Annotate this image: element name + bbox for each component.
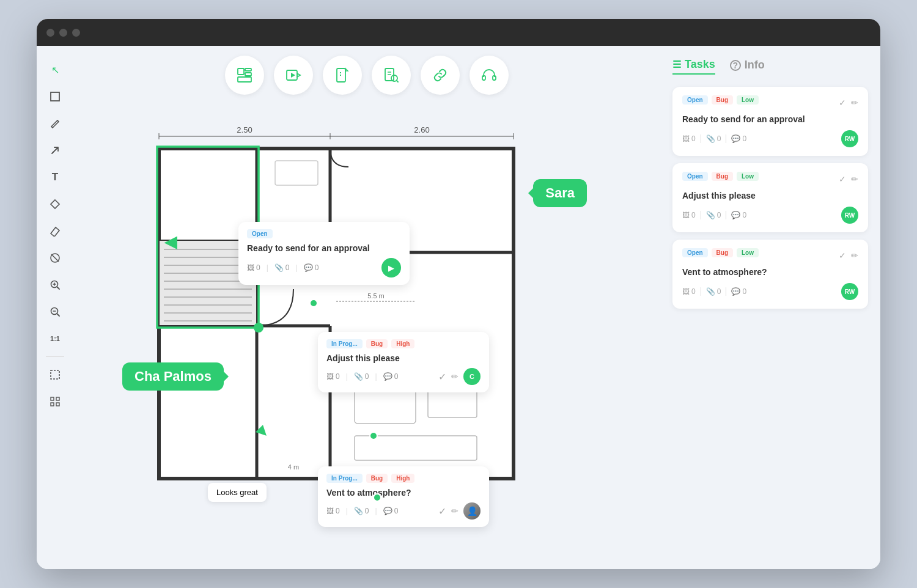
fit-screen-tool[interactable] — [43, 363, 67, 386]
panel-avatar-1: RW — [841, 130, 858, 147]
connector-dot-3 — [373, 493, 381, 502]
arrow-left: ▶ — [164, 234, 177, 254]
panel-tag-bug-1: Bug — [712, 95, 733, 105]
traffic-light-red[interactable] — [46, 29, 54, 37]
panel-check-3[interactable]: ✓ — [839, 251, 846, 260]
panel-task-title-1: Ready to send for an approval — [682, 114, 858, 124]
panel-edit-1[interactable]: ✏ — [851, 98, 858, 108]
svg-point-65 — [254, 323, 263, 333]
video-tool-circle[interactable] — [274, 56, 313, 95]
svg-line-5 — [57, 287, 60, 290]
pencil-tool[interactable] — [43, 112, 67, 135]
hide-tool[interactable] — [43, 246, 67, 270]
panel-tag-low-1: Low — [737, 95, 759, 105]
task-card-1: Open Bug Low ✓ ✏ Ready to send for an ap… — [672, 87, 868, 156]
canvas-viewport: 2.50 2.60 5.5 m 4 m — [73, 100, 660, 569]
search-doc-tool-circle[interactable] — [372, 56, 411, 95]
zoom-in-tool[interactable] — [43, 273, 67, 296]
edit-btn-2[interactable]: ✏ — [451, 372, 458, 381]
tab-tasks[interactable]: ☰ Tasks — [672, 58, 715, 75]
layout-tool-circle[interactable] — [225, 56, 264, 95]
traffic-light-yellow[interactable] — [59, 29, 67, 37]
app-window: ↖ T — [37, 19, 880, 569]
main-area: ↖ T — [37, 46, 880, 569]
arrow-tool[interactable] — [43, 139, 67, 162]
svg-rect-17 — [245, 68, 251, 71]
canvas-task-meta-2: 🖼0 | 📎0 | 💬0 — [326, 372, 398, 381]
rectangle-tool[interactable] — [43, 85, 67, 108]
tab-info[interactable]: ? Info — [730, 59, 765, 74]
canvas-task-meta-3: 🖼0 | 📎0 | 💬0 — [326, 507, 398, 515]
looks-great-bubble: Looks great — [208, 483, 267, 502]
tag-inprog-2: In Prog... — [326, 339, 363, 348]
svg-text:4 m: 4 m — [288, 463, 299, 471]
headphones-tool-circle[interactable] — [470, 56, 509, 95]
panel-avatar-2: RW — [841, 207, 858, 224]
checkmark-btn-3[interactable]: ✓ — [438, 505, 446, 517]
reset-zoom-tool[interactable]: 1:1 — [43, 327, 67, 350]
top-toolbar — [73, 46, 660, 100]
panel-tag-open-3: Open — [682, 248, 708, 257]
svg-marker-1 — [51, 200, 59, 208]
svg-rect-16 — [238, 68, 244, 75]
tag-bug-3: Bug — [366, 474, 388, 483]
info-icon: ? — [730, 60, 741, 71]
svg-text:2.50: 2.50 — [237, 125, 252, 134]
svg-rect-12 — [51, 397, 54, 400]
svg-text:5.5 m: 5.5 m — [367, 292, 385, 300]
canvas-task-card-3: In Prog... Bug High Vent to atmosphere? … — [318, 466, 489, 527]
sara-bubble: Sara — [533, 179, 587, 207]
left-toolbar: ↖ T — [37, 46, 73, 569]
task-card-2: Open Bug Low ✓ ✏ Adjust this please 🖼0 📎… — [672, 163, 868, 232]
svg-line-9 — [57, 314, 60, 317]
tag-bug-2: Bug — [366, 339, 388, 348]
checkmark-btn-2[interactable]: ✓ — [438, 371, 446, 383]
right-panel: ☰ Tasks ? Info Open Bug Low ✓ — [660, 46, 880, 569]
svg-marker-22 — [291, 73, 295, 78]
panel-tag-open-1: Open — [682, 95, 708, 105]
canvas-task-title-2: Adjust this please — [326, 353, 481, 363]
tag-open-1: Open — [247, 229, 273, 238]
card2-actions: ✓ ✏ C — [438, 368, 481, 385]
panel-tag-bug-3: Bug — [712, 248, 733, 257]
task-card-3: Open Bug Low ✓ ✏ Vent to atmosphere? 🖼0 … — [672, 240, 868, 309]
card3-actions: ✓ ✏ 👤 — [438, 502, 481, 520]
panel-task-meta-1: 🖼0 📎0 💬0 — [682, 134, 746, 143]
tag-high-2: High — [391, 339, 414, 348]
text-tool[interactable]: T — [43, 166, 67, 189]
svg-rect-19 — [238, 77, 251, 82]
toolbar-divider — [46, 356, 64, 357]
svg-marker-21 — [297, 73, 300, 77]
panel-edit-3[interactable]: ✏ — [851, 251, 858, 260]
panel-tag-open-2: Open — [682, 172, 708, 181]
diamond-tool[interactable] — [43, 193, 67, 216]
svg-line-27 — [397, 81, 398, 82]
zip-tool-circle[interactable] — [323, 56, 362, 95]
traffic-light-green[interactable] — [72, 29, 80, 37]
svg-rect-13 — [56, 397, 59, 400]
canvas-area: 2.50 2.60 5.5 m 4 m — [73, 46, 660, 569]
edit-btn-3[interactable]: ✏ — [451, 506, 458, 516]
eraser-tool[interactable] — [43, 219, 67, 243]
canvas-task-card-1: Open Ready to send for an approval 🖼0 | … — [238, 222, 410, 285]
grid-tool[interactable] — [43, 390, 67, 413]
panel-edit-2[interactable]: ✏ — [851, 174, 858, 184]
connector-dot-2 — [369, 432, 378, 440]
panel-avatar-3: RW — [841, 283, 858, 300]
panel-tabs: ☰ Tasks ? Info — [672, 58, 868, 75]
canvas-task-card-2: In Prog... Bug High Adjust this please 🖼… — [318, 332, 489, 392]
canvas-task-meta-1: 🖼0 | 📎0 | 💬0 — [247, 263, 319, 272]
panel-task-title-3: Vent to atmosphere? — [682, 267, 858, 277]
svg-rect-18 — [245, 73, 251, 76]
tag-high-3: High — [391, 474, 414, 483]
svg-rect-14 — [51, 403, 54, 406]
panel-check-2[interactable]: ✓ — [839, 174, 846, 184]
select-tool[interactable]: ↖ — [43, 58, 67, 81]
link-tool-circle[interactable] — [421, 56, 460, 95]
panel-task-meta-3: 🖼0 📎0 💬0 — [682, 287, 746, 296]
send-button-1[interactable]: ▶ — [381, 258, 401, 277]
zoom-out-tool[interactable] — [43, 300, 67, 323]
connector-dot-1 — [309, 299, 318, 307]
panel-check-1[interactable]: ✓ — [839, 98, 846, 108]
panel-task-meta-2: 🖼0 📎0 💬0 — [682, 211, 746, 219]
